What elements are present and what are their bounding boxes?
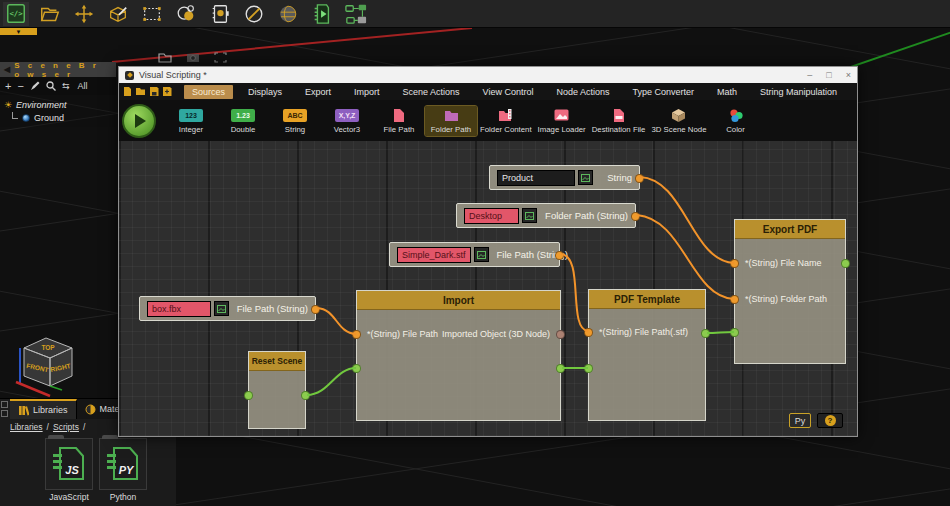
menu-tab-displays[interactable]: Displays <box>240 85 290 99</box>
palette-item-file-path[interactable]: File Path <box>373 106 425 136</box>
value-picker-button[interactable] <box>578 170 593 185</box>
palette-item-destination-file[interactable]: Destination File <box>589 106 649 136</box>
tree-item-ground[interactable]: Ground <box>4 111 112 124</box>
new-file-icon[interactable] <box>123 86 132 97</box>
node-model-file-path[interactable]: box.fbx File Path (String) <box>139 296 316 321</box>
port-exec-input[interactable] <box>244 391 253 400</box>
palette-item-color[interactable]: Color <box>710 106 762 136</box>
menu-tab-string-manipulation[interactable]: String Manipulation <box>752 85 845 99</box>
port-file-name-input[interactable] <box>730 259 739 268</box>
menu-tab-scene-actions[interactable]: Scene Actions <box>395 85 468 99</box>
node-desktop-folder-path[interactable]: Desktop Folder Path (String) <box>456 203 636 228</box>
port-file-path-input[interactable] <box>352 330 361 339</box>
add-node-button[interactable]: + <box>5 80 11 92</box>
folder-path-input[interactable]: Desktop <box>464 208 519 224</box>
file-path-input[interactable]: box.fbx <box>147 301 211 317</box>
frame-select-icon[interactable] <box>214 52 227 63</box>
port-folder-path-input[interactable] <box>730 295 739 304</box>
breadcrumb-scripts[interactable]: Scripts <box>53 422 79 432</box>
close-button[interactable]: × <box>846 70 851 80</box>
port-template-file-input[interactable] <box>584 328 593 337</box>
palette-item-folder-path[interactable]: Folder Path <box>425 106 477 136</box>
menu-tab-import[interactable]: Import <box>346 85 388 99</box>
folder-picker-button[interactable] <box>522 208 537 223</box>
menu-tab-type-converter[interactable]: Type Converter <box>624 85 702 99</box>
palette-item-folder-content[interactable]: Folder Content <box>477 106 535 136</box>
globe-button[interactable] <box>275 2 301 26</box>
edit-3d-icon <box>107 3 129 25</box>
port-exec-output[interactable] <box>301 391 310 400</box>
node-product-string[interactable]: Product String <box>489 165 640 190</box>
notebook-button[interactable] <box>207 2 233 26</box>
search-icon[interactable] <box>46 81 56 91</box>
file-picker-button[interactable] <box>214 301 229 316</box>
palette-item-string[interactable]: ABC String <box>269 106 321 136</box>
node-graph-canvas[interactable]: Product String Desktop Folder Path (Stri… <box>119 141 857 436</box>
menu-tab-sources[interactable]: Sources <box>184 85 233 99</box>
node-editor-button[interactable] <box>343 2 369 26</box>
menu-tab-view-control[interactable]: View Control <box>475 85 542 99</box>
panel-dock-icons[interactable] <box>0 399 10 419</box>
port-imported-object-output[interactable] <box>556 330 565 339</box>
list-item-python[interactable]: PY Python <box>99 438 147 502</box>
port-template-output[interactable] <box>701 329 710 338</box>
tab-libraries[interactable]: Libraries <box>10 399 77 419</box>
disable-button[interactable] <box>241 2 267 26</box>
port-file-path-output[interactable] <box>311 305 320 314</box>
palette-item-integer[interactable]: 123 Integer <box>165 106 217 136</box>
palette-item-double[interactable]: 1.23 Double <box>217 106 269 136</box>
file-picker-button[interactable] <box>474 247 489 262</box>
run-graph-button[interactable] <box>122 104 156 138</box>
collapse-panel-icon[interactable]: ◀ <box>4 65 10 74</box>
palette-item-image-loader[interactable]: Image Loader <box>535 106 589 136</box>
edit-pen-icon[interactable] <box>30 81 40 91</box>
string-value-input[interactable]: Product <box>497 170 575 186</box>
save-icon[interactable] <box>149 86 159 97</box>
visual-scripting-tool-button[interactable]: </> <box>3 2 29 26</box>
marquee-select-button[interactable] <box>139 2 165 26</box>
window-titlebar[interactable]: Visual Scripting * – □ × <box>119 67 857 83</box>
python-console-button[interactable]: Py <box>789 413 811 428</box>
port-exec-input[interactable] <box>730 328 739 337</box>
port-folder-path-output[interactable] <box>631 212 640 221</box>
scene-browser-header[interactable]: ◀ S c e n e B r o w s e r <box>0 62 116 77</box>
menu-tab-node-actions[interactable]: Node Actions <box>548 85 617 99</box>
port-string-output[interactable] <box>635 174 644 183</box>
tree-item-environment[interactable]: ☀ Environment <box>4 98 112 111</box>
run-script-button[interactable] <box>309 2 335 26</box>
save-as-icon[interactable] <box>162 86 172 97</box>
breadcrumb-libraries[interactable]: Libraries <box>10 422 43 432</box>
camera-icon[interactable] <box>186 52 200 63</box>
scene-folder-icon[interactable] <box>158 52 172 63</box>
menu-tab-export[interactable]: Export <box>297 85 339 99</box>
port-exec-output[interactable] <box>556 364 565 373</box>
port-exec-input[interactable] <box>584 364 593 373</box>
port-exec-output[interactable] <box>841 259 850 268</box>
list-item-javascript[interactable]: JS JavaScript <box>45 438 93 502</box>
active-tool-indicator[interactable]: ▼ <box>0 28 37 35</box>
minimize-button[interactable]: – <box>807 70 812 80</box>
node-reset-scene[interactable]: Reset Scene <box>248 351 306 429</box>
port-file-path-output[interactable] <box>555 251 564 260</box>
menu-tab-math[interactable]: Math <box>709 85 745 99</box>
open-file-icon[interactable] <box>135 86 146 97</box>
remove-node-button[interactable]: − <box>17 80 23 92</box>
palette-item-3d-scene-node[interactable]: 3D Scene Node <box>648 106 709 136</box>
view-cube-gizmo[interactable]: TOP FRONT RIGHT <box>6 326 96 404</box>
edit-3d-button[interactable] <box>105 2 131 26</box>
node-export-pdf[interactable]: Export PDF *(String) File Name *(String)… <box>734 219 846 364</box>
port-exec-input[interactable] <box>352 364 361 373</box>
node-import[interactable]: Import *(String) File Path Imported Obje… <box>356 290 561 421</box>
maximize-button[interactable]: □ <box>826 70 831 80</box>
node-template-file-path[interactable]: Simple_Dark.stf File Path (String) <box>389 242 560 267</box>
render-spheres-button[interactable] <box>173 2 199 26</box>
sync-icon[interactable]: ⇆ <box>62 81 70 91</box>
open-folder-button[interactable] <box>37 2 63 26</box>
help-button[interactable]: ? <box>817 413 843 428</box>
filter-all-label[interactable]: All <box>77 81 87 91</box>
palette-item-vector3[interactable]: X,Y,Z Vector3 <box>321 106 373 136</box>
file-path-input[interactable]: Simple_Dark.stf <box>397 247 471 263</box>
move-tool-button[interactable] <box>71 2 97 26</box>
node-pdf-template[interactable]: PDF Template *(String) File Path(.stf) <box>588 289 706 421</box>
string-badge-icon: ABC <box>283 109 307 122</box>
